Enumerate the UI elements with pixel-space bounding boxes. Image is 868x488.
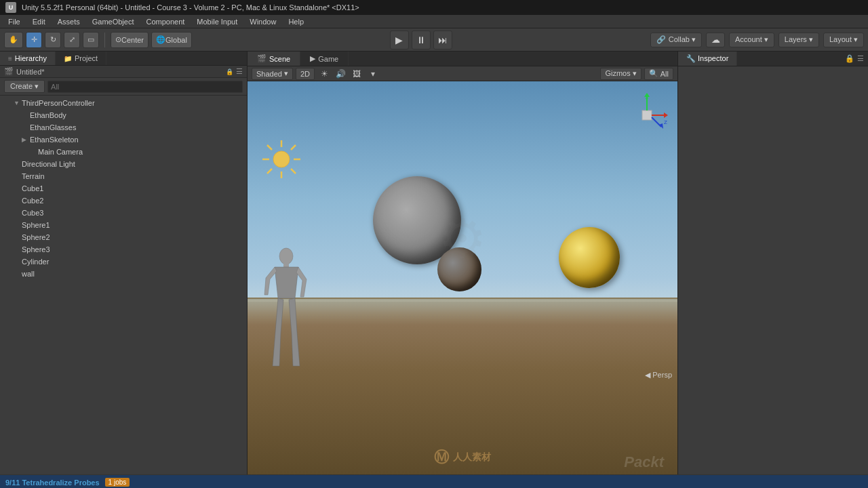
- tab-game[interactable]: ▶ Game: [300, 52, 349, 66]
- persp-label: ◀ Persp: [645, 371, 672, 380]
- 2d-toggle[interactable]: 2D: [296, 68, 315, 80]
- svg-marker-16: [664, 113, 668, 118]
- svg-text:Y: Y: [645, 96, 649, 102]
- gizmos-button[interactable]: Gizmos ▾: [600, 68, 641, 80]
- hierarchy-panel: ≡ Hierarchy 📁 Project 🎬 Untitled* 🔒 ☰ Cr…: [0, 52, 248, 474]
- item-label: EthanBody: [30, 111, 66, 119]
- tab-inspector[interactable]: 🔧 Inspector: [678, 52, 737, 66]
- inspector-tab-icons: 🔒 ☰: [845, 54, 868, 63]
- item-label: Directional Light: [22, 160, 75, 168]
- hierarchy-item-cylinder[interactable]: Cylinder: [0, 256, 247, 268]
- hierarchy-item-cube1[interactable]: Cube1: [0, 182, 247, 195]
- effects-toggle[interactable]: 🖼: [350, 68, 363, 80]
- svg-rect-11: [642, 110, 652, 120]
- gizmo-axes: Y Z: [623, 92, 671, 139]
- hierarchy-item-ethanskeleton[interactable]: ▶ EthanSkeleton: [0, 134, 247, 146]
- hierarchy-item-maincamera[interactable]: Main Camera: [0, 146, 247, 158]
- hierarchy-tab-icon: ≡: [8, 55, 12, 62]
- scene-icon: 🎬: [4, 67, 14, 76]
- hierarchy-toolbar: Create ▾: [0, 78, 247, 96]
- status-progress-text: 9/11 Tetrahedralize Probes: [5, 479, 100, 487]
- menu-help[interactable]: Help: [283, 16, 309, 27]
- move-tool-button[interactable]: ✛: [26, 32, 42, 48]
- sphere-gold: [559, 227, 620, 288]
- toolbar-sep-1: [104, 33, 105, 47]
- title-bar: U Unity 5.5.2f1 Personal (64bit) - Untit…: [0, 0, 868, 15]
- menu-file[interactable]: File: [3, 16, 26, 27]
- item-label: Cube1: [22, 184, 43, 192]
- item-label: Cube3: [22, 209, 43, 217]
- center-toggle-button[interactable]: ⊙ Center: [111, 32, 149, 48]
- hierarchy-item-cube2[interactable]: Cube2: [0, 195, 247, 207]
- scene-game-tabs: 🎬 Scene ▶ Game: [248, 52, 677, 66]
- item-label: Cylinder: [22, 258, 49, 266]
- tab-project[interactable]: 📁 Project: [56, 52, 106, 65]
- hierarchy-item-thirdpersoncontroller[interactable]: ▼ ThirdPersonController: [0, 97, 247, 109]
- inspector-menu-icon[interactable]: ☰: [857, 54, 864, 63]
- create-button[interactable]: Create ▾: [4, 80, 45, 93]
- lighting-toggle[interactable]: ☀: [317, 68, 331, 80]
- layout-button[interactable]: Layout ▾: [823, 33, 864, 47]
- menu-window[interactable]: Window: [244, 16, 281, 27]
- hierarchy-search-input[interactable]: [47, 81, 243, 93]
- hierarchy-item-ethanbody[interactable]: EthanBody: [0, 109, 247, 121]
- watermark-bottom: Ⓜ 人人素材: [434, 447, 491, 468]
- layers-button[interactable]: Layers ▾: [778, 33, 819, 47]
- center-label: Center: [121, 36, 144, 44]
- play-button[interactable]: ▶: [390, 30, 409, 49]
- collab-button[interactable]: 🔗 Collab ▾: [650, 33, 702, 47]
- account-button[interactable]: Account ▾: [729, 33, 774, 47]
- cloud-button[interactable]: ☁: [706, 33, 725, 47]
- hand-tool-button[interactable]: ✋: [4, 32, 23, 48]
- hierarchy-item-cube3[interactable]: Cube3: [0, 207, 247, 219]
- scale-tool-button[interactable]: ⤢: [64, 32, 80, 48]
- scene-right-toolbar: Gizmos ▾ 🔍 All: [600, 68, 673, 80]
- menu-gameobject[interactable]: GameObject: [87, 16, 140, 27]
- game-tab-icon: ▶: [310, 54, 315, 63]
- hierarchy-item-sphere2[interactable]: Sphere2: [0, 231, 247, 243]
- menu-bar: File Edit Assets GameObject Component Mo…: [0, 15, 868, 28]
- item-label: EthanSkeleton: [30, 136, 79, 144]
- hierarchy-item-terrain[interactable]: Terrain: [0, 170, 247, 182]
- step-button[interactable]: ⏭: [433, 30, 452, 49]
- toolbar: ✋ ✛ ↻ ⤢ ▭ ⊙ Center 🌐 Global ▶ ⏸ ⏭ 🔗 Coll…: [0, 28, 868, 52]
- global-icon: 🌐: [156, 35, 165, 44]
- item-label: EthanGlasses: [30, 123, 76, 131]
- tab-hierarchy[interactable]: ≡ Hierarchy: [0, 52, 56, 65]
- menu-assets[interactable]: Assets: [52, 16, 85, 27]
- svg-point-9: [279, 248, 293, 264]
- hierarchy-menu-icon[interactable]: ☰: [236, 67, 243, 76]
- sun-icon: [261, 139, 302, 180]
- rotate-tool-button[interactable]: ↻: [45, 32, 61, 48]
- scene-tab-icon: 🎬: [257, 54, 267, 63]
- scene-canvas[interactable]: Y Z ◀ Persp ⚙ Ⓜ 人人素材: [248, 81, 677, 474]
- inspector-lock-icon[interactable]: 🔒: [845, 54, 854, 63]
- item-label: Main Camera: [38, 148, 83, 156]
- hierarchy-item-wall[interactable]: wall: [0, 268, 247, 280]
- menu-mobile-input[interactable]: Mobile Input: [191, 16, 243, 27]
- hierarchy-panel-tabs: ≡ Hierarchy 📁 Project: [0, 52, 247, 66]
- shading-mode-dropdown[interactable]: Shaded ▾: [252, 68, 293, 80]
- scene-search-all[interactable]: 🔍 All: [644, 68, 673, 80]
- item-label: Cube2: [22, 197, 43, 205]
- scene-panel: 🎬 Scene ▶ Game Shaded ▾ 2D ☀ 🔊 🖼 ▾: [248, 52, 678, 474]
- center-icon: ⊙: [115, 35, 121, 44]
- window-title: Unity 5.5.2f1 Personal (64bit) - Untitle…: [22, 3, 359, 12]
- effects-arrow[interactable]: ▾: [366, 68, 380, 80]
- global-toggle-button[interactable]: 🌐 Global: [151, 32, 192, 48]
- unity-logo-icon: U: [5, 2, 16, 13]
- menu-edit[interactable]: Edit: [27, 16, 51, 27]
- tab-scene[interactable]: 🎬 Scene: [248, 52, 300, 66]
- svg-point-8: [273, 151, 290, 167]
- collab-icon: 🔗: [656, 35, 666, 44]
- expand-arrow: ▼: [14, 100, 22, 106]
- hierarchy-item-ethanglasses[interactable]: EthanGlasses: [0, 121, 247, 134]
- hierarchy-item-sphere3[interactable]: Sphere3: [0, 243, 247, 256]
- sphere-small-rocky: [437, 247, 481, 291]
- hierarchy-item-sphere1[interactable]: Sphere1: [0, 219, 247, 231]
- menu-component[interactable]: Component: [140, 16, 190, 27]
- rect-tool-button[interactable]: ▭: [83, 32, 99, 48]
- audio-toggle[interactable]: 🔊: [334, 68, 347, 80]
- pause-button[interactable]: ⏸: [412, 30, 431, 49]
- hierarchy-item-directionallight[interactable]: Directional Light: [0, 158, 247, 170]
